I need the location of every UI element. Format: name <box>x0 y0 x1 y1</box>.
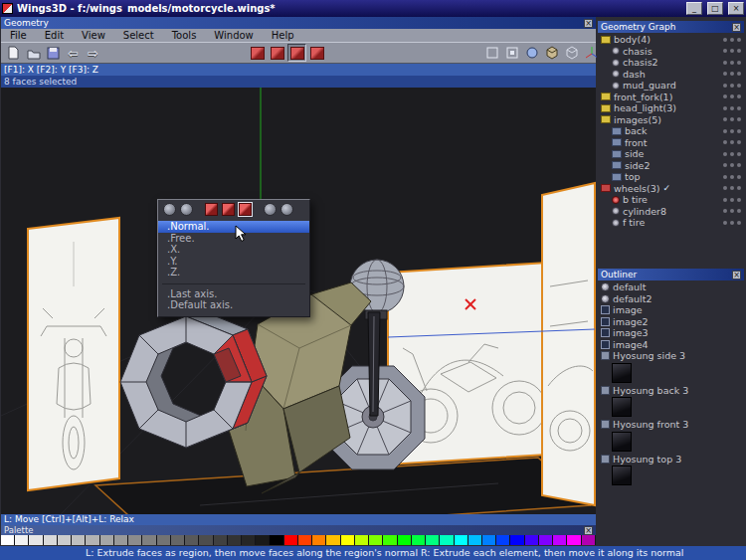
face-select-mode-icon[interactable] <box>287 44 306 62</box>
lock-icon[interactable] <box>730 209 734 213</box>
magnet-route-icon[interactable] <box>180 203 193 216</box>
wire-icon[interactable] <box>737 140 741 144</box>
geometry-graph-item[interactable]: f tire <box>598 217 744 229</box>
edge-mode-icon[interactable] <box>222 203 235 216</box>
reference-plane-front[interactable] <box>28 218 119 490</box>
lock-icon[interactable] <box>730 198 734 202</box>
eye-icon[interactable] <box>723 209 727 213</box>
geometry-graph-item[interactable]: chasis <box>598 46 744 58</box>
wire-icon[interactable] <box>737 163 741 167</box>
save-file-icon[interactable] <box>44 44 63 62</box>
palette-swatch[interactable] <box>199 535 213 545</box>
palette-swatch[interactable] <box>114 535 128 545</box>
texture-thumbnail[interactable] <box>612 466 632 485</box>
wire-icon[interactable] <box>737 61 741 65</box>
wire-icon[interactable] <box>737 186 741 190</box>
wire-icon[interactable] <box>737 209 741 213</box>
palette-swatch[interactable] <box>369 535 383 545</box>
geometry-graph-item[interactable]: mud_guard <box>598 80 744 92</box>
eye-icon[interactable] <box>723 49 727 53</box>
palette-swatch[interactable] <box>15 535 29 545</box>
undo-icon[interactable]: ⇦ <box>64 44 83 62</box>
wire-icon[interactable] <box>737 72 741 76</box>
geometry-graph-header[interactable]: Geometry Graph × <box>598 21 744 33</box>
context-menu-item[interactable]: .Normal. <box>158 221 309 233</box>
outliner-item[interactable]: Hyosung front 3 <box>598 419 744 452</box>
context-menu-item[interactable]: .Free. <box>158 233 309 245</box>
wire-icon[interactable] <box>737 198 741 202</box>
outliner-item[interactable]: default2 <box>598 293 744 305</box>
palette-swatch[interactable] <box>100 535 114 545</box>
wire-icon[interactable] <box>737 106 741 110</box>
palette-swatch[interactable] <box>582 535 596 545</box>
edge-select-mode-icon[interactable] <box>268 44 286 62</box>
new-file-icon[interactable] <box>4 44 23 62</box>
palette-swatch[interactable] <box>157 535 171 545</box>
geometry-graph-item[interactable]: b tire <box>598 194 744 206</box>
menubar-item[interactable]: Help <box>263 29 303 42</box>
context-menu-item[interactable]: .X. <box>158 244 309 256</box>
lock-icon[interactable] <box>730 140 734 144</box>
geometry-graph-item[interactable]: side <box>598 148 744 160</box>
wire-icon[interactable] <box>737 94 741 98</box>
wire-icon[interactable] <box>737 152 741 156</box>
geometry-graph-item[interactable]: chasis2 <box>598 57 744 69</box>
menubar-item[interactable]: Window <box>205 29 262 42</box>
redo-icon[interactable]: ⇨ <box>84 44 102 62</box>
palette-swatch[interactable] <box>312 535 326 545</box>
eye-icon[interactable] <box>723 186 727 190</box>
eye-icon[interactable] <box>723 117 727 121</box>
palette-swatch[interactable] <box>228 535 242 545</box>
palette-swatch[interactable] <box>284 535 298 545</box>
wire-icon[interactable] <box>737 38 741 42</box>
vertex-select-mode-icon[interactable] <box>248 44 267 62</box>
lock-icon[interactable] <box>730 94 734 98</box>
geometry-graph-item[interactable]: back <box>598 125 744 137</box>
ground-plane-icon[interactable] <box>482 44 501 62</box>
palette-swatch[interactable] <box>256 535 270 545</box>
eye-icon[interactable] <box>723 221 727 225</box>
palette-swatch[interactable] <box>242 535 256 545</box>
wireframe-view-icon[interactable] <box>562 44 581 62</box>
help-icon[interactable] <box>280 203 293 216</box>
context-menu-item[interactable]: .Z. <box>158 267 309 279</box>
geometry-graph-item[interactable]: top <box>598 171 744 183</box>
eye-icon[interactable] <box>723 72 727 76</box>
lock-icon[interactable] <box>730 152 734 156</box>
palette-swatch[interactable] <box>185 535 199 545</box>
palette-swatch[interactable] <box>553 535 567 545</box>
close-button[interactable]: × <box>728 2 744 15</box>
geometry-graph-item[interactable]: dash <box>598 69 744 81</box>
lock-icon[interactable] <box>730 163 734 167</box>
magnet-mask-icon[interactable] <box>264 203 277 216</box>
texture-thumbnail[interactable] <box>612 397 632 417</box>
wire-icon[interactable] <box>737 175 741 179</box>
outliner-item[interactable]: image2 <box>598 316 744 328</box>
lock-icon[interactable] <box>730 186 734 190</box>
wire-icon[interactable] <box>737 221 741 225</box>
eye-icon[interactable] <box>723 61 727 65</box>
palette-swatch[interactable] <box>1 535 15 545</box>
outliner-header[interactable]: Outliner × <box>598 269 744 280</box>
outliner-close-icon[interactable]: × <box>732 271 741 280</box>
palette-swatch[interactable] <box>214 535 228 545</box>
palette-swatch[interactable] <box>539 535 553 545</box>
maximize-button[interactable]: □ <box>707 2 723 15</box>
palette-swatch[interactable] <box>482 535 496 545</box>
palette-swatch[interactable] <box>525 535 539 545</box>
outliner-item[interactable]: image4 <box>598 339 744 351</box>
palette-swatch[interactable] <box>455 535 468 545</box>
palette-swatch[interactable] <box>44 535 58 545</box>
palette-swatch[interactable] <box>341 535 355 545</box>
palette-swatch[interactable] <box>29 535 43 545</box>
axes-toggle-icon[interactable] <box>502 44 521 62</box>
outliner-item[interactable]: image3 <box>598 327 744 339</box>
smooth-preview-icon[interactable] <box>522 44 541 62</box>
palette-swatch[interactable] <box>355 535 369 545</box>
geometry-graph-item[interactable]: front_fork(1) <box>598 92 744 103</box>
wire-icon[interactable] <box>737 117 741 121</box>
lock-icon[interactable] <box>730 72 734 76</box>
minimize-button[interactable]: _ <box>686 2 702 15</box>
geometry-graph-item[interactable]: head_light(3) <box>598 102 744 114</box>
title-bar[interactable]: Wings3D - f:/wings_models/motorcycle.win… <box>0 0 746 17</box>
